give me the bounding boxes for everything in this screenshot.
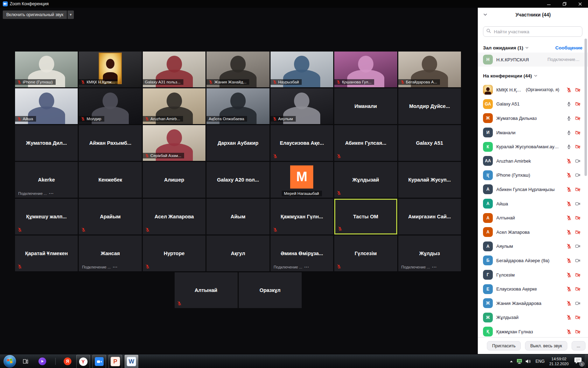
in-meeting-section[interactable]: На конференции (44): [483, 73, 538, 79]
video-tile[interactable]: Әмина Өмірұза...Подключение ...···: [271, 236, 333, 271]
zoom-taskbar-button[interactable]: [92, 355, 106, 368]
video-tile[interactable]: КМҚК Н.Құлж...: [79, 52, 141, 87]
video-tile[interactable]: Амиргазин Сай...: [398, 199, 461, 234]
participant-row[interactable]: ЖЖұлдызай: [478, 311, 588, 325]
video-tile[interactable]: iPhone (Гулхаш): [15, 52, 78, 87]
powerpoint-taskbar-button[interactable]: P: [108, 355, 122, 368]
search-input[interactable]: [493, 29, 579, 35]
video-tile[interactable]: Galaxy A20 пол...: [206, 162, 269, 198]
yandex-icon[interactable]: Я: [64, 357, 71, 365]
tray-arrow-icon[interactable]: [507, 360, 515, 363]
invite-button[interactable]: Пригласить: [487, 341, 521, 350]
participant-row[interactable]: КМҚК Н.Құл...(Организатор, я): [478, 83, 588, 97]
video-tile[interactable]: Арайым: [79, 199, 141, 234]
participant-row[interactable]: ААйша: [478, 197, 588, 211]
participant-row[interactable]: ААяулым: [478, 239, 588, 254]
video-tile[interactable]: Молдир: [79, 88, 141, 124]
message-link[interactable]: Сообщение: [555, 45, 582, 50]
video-tile[interactable]: Кенжебек: [79, 162, 141, 198]
video-tile[interactable]: Айжан Рахымб...: [79, 125, 141, 161]
video-tile[interactable]: ЖансаяПодключение ...···: [79, 236, 141, 271]
video-tile[interactable]: Ақгул: [206, 236, 269, 271]
video-tile[interactable]: Қаратай Ұлмекен: [15, 236, 78, 271]
enable-original-sound-button[interactable]: Включить оригинальный звук ▼: [3, 11, 74, 19]
participant-row[interactable]: ККуралай ЖусуповаАманг.ауд.Ы...: [478, 139, 588, 154]
participant-row[interactable]: GAGalaxy A51: [478, 97, 588, 111]
taskbar-clock[interactable]: 14:59:02 21.12.2020: [547, 356, 570, 366]
video-tile[interactable]: Наурызбай: [271, 52, 333, 87]
video-tile[interactable]: AkerkeПодключение ...···: [15, 162, 78, 198]
video-tile[interactable]: Молдир Дуйсе...: [398, 88, 461, 124]
video-tile[interactable]: Гүлсезім: [334, 236, 397, 271]
start-button[interactable]: [4, 355, 16, 368]
video-tile[interactable]: Құмкешу жалп...: [15, 199, 78, 234]
video-tile[interactable]: Иманали: [334, 88, 397, 124]
tile-label: iPhone (Гулхаш): [15, 79, 56, 85]
tile-label: Молдир: [79, 116, 104, 122]
video-tile[interactable]: Aruzhan Amirb...: [143, 88, 205, 124]
minimize-button[interactable]: [541, 0, 556, 8]
mute-all-button[interactable]: Выкл. весь звук: [525, 341, 567, 350]
yandex-browser-taskbar-button[interactable]: Y: [76, 355, 90, 368]
video-tile[interactable]: Бегайдарова А...: [398, 52, 461, 87]
mic-off-icon: [566, 172, 572, 178]
language-indicator[interactable]: ENG: [536, 359, 545, 364]
video-tile[interactable]: Ақбота Олжабаева: [206, 88, 269, 124]
panel-scrollbar[interactable]: [584, 39, 587, 176]
video-tile[interactable]: Galaxy A51: [398, 125, 461, 161]
mic-off-icon: [566, 158, 572, 164]
video-tile[interactable]: Тасты ОМ: [334, 199, 397, 234]
video-tile[interactable]: Асел Жапарова: [143, 199, 205, 234]
video-tile[interactable]: Аяулым: [271, 88, 333, 124]
search-participant-box[interactable]: [483, 26, 582, 37]
participant-row[interactable]: ЖЖания Жанайдарова: [478, 296, 588, 311]
video-tile[interactable]: Galaxy A31 польз...: [143, 52, 205, 87]
notification-icon[interactable]: 1: [574, 357, 583, 366]
participant-name: Бегайдарова Айзере (9а): [496, 258, 550, 263]
participant-row[interactable]: ББегайдарова Айзере (9а): [478, 253, 588, 268]
video-tile[interactable]: Серікбай Азам...: [143, 125, 205, 161]
waiting-room-section[interactable]: Зал ожидания (1): [483, 45, 529, 50]
video-tile[interactable]: Қажмұхан Гүлн...: [271, 199, 333, 234]
display-icon[interactable]: ON: [515, 359, 524, 364]
volume-icon[interactable]: [524, 359, 533, 364]
video-tile[interactable]: Оразкұл: [239, 272, 302, 308]
panel-collapse-chevron-icon[interactable]: [483, 12, 488, 17]
participant-row[interactable]: ҚҚажмұхан Гүлназ: [478, 325, 588, 338]
mic-off-icon: [337, 154, 341, 158]
pinned-panel-icon[interactable]: [22, 357, 29, 365]
video-tile[interactable]: Дархан Аубакир: [206, 125, 269, 161]
participant-row[interactable]: ГГүлсезім: [478, 268, 588, 282]
participant-row[interactable]: ЖЖуматова Дильназ: [478, 111, 588, 125]
video-tile[interactable]: Елаусизова Ақе...: [271, 125, 333, 161]
video-tile[interactable]: Айша: [15, 88, 78, 124]
camera-off-icon: [575, 87, 580, 93]
video-tile[interactable]: Жуматова Дил...: [15, 125, 78, 161]
video-tile[interactable]: Алишер: [143, 162, 205, 198]
restore-button[interactable]: [556, 0, 572, 8]
participant-row[interactable]: ЕЕлаусизова Ақерке: [478, 282, 588, 296]
video-tile[interactable]: MМерей Нагашыбай: [271, 162, 333, 198]
participant-row[interactable]: I(iPhone (Гулхаш): [478, 168, 588, 183]
waiting-participant-row[interactable]: Н Н.К.КРУПСКАЯ Подключение…: [478, 53, 588, 67]
show-desktop-strip[interactable]: [585, 354, 588, 368]
participant-row[interactable]: ААбикен Гулсая Нұрланқызы: [478, 182, 588, 197]
video-tile[interactable]: ЖұлдызПодключение ...···: [398, 236, 461, 271]
video-tile[interactable]: Жания Жанайд...: [206, 52, 269, 87]
alice-assistant-icon[interactable]: [38, 357, 46, 365]
video-tile[interactable]: Жұлдызай: [334, 162, 397, 198]
participant-row[interactable]: ААсел Жапарова: [478, 225, 588, 239]
participant-row[interactable]: AAAruzhan Amirbek: [478, 154, 588, 168]
audio-dropdown-arrow[interactable]: ▼: [68, 11, 74, 19]
participant-row[interactable]: ИИманали: [478, 125, 588, 140]
close-button[interactable]: [572, 0, 588, 8]
video-tile[interactable]: Айым: [206, 199, 269, 234]
participant-row[interactable]: ААлтынай: [478, 211, 588, 225]
video-tile[interactable]: Абикен Гулсая...: [334, 125, 397, 161]
video-tile[interactable]: Нурторе: [143, 236, 205, 271]
video-tile[interactable]: Қошанова Гул...: [334, 52, 397, 87]
more-options-button[interactable]: ...: [572, 341, 586, 350]
video-tile[interactable]: Алтынай: [175, 272, 238, 308]
video-tile[interactable]: Куралай Жусуп...: [398, 162, 461, 198]
word-taskbar-button[interactable]: W: [125, 355, 138, 368]
